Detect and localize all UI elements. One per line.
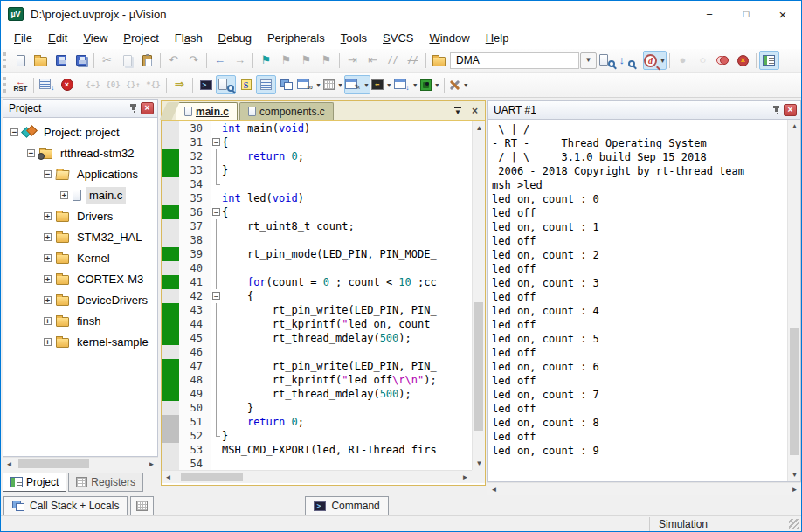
fold-gutter[interactable] bbox=[211, 233, 222, 247]
fold-gutter[interactable] bbox=[211, 443, 222, 457]
tree-item-kernel-sample[interactable]: +kernel-sample bbox=[3, 331, 157, 352]
menu-debug[interactable]: Debug bbox=[211, 28, 259, 48]
code-line[interactable]: 54 bbox=[162, 457, 472, 470]
code-line[interactable]: 32 return 0; bbox=[162, 149, 472, 163]
memory-windows[interactable]: ▼ bbox=[322, 75, 344, 94]
scroll-left-arrow[interactable]: ◄ bbox=[3, 458, 16, 471]
fold-gutter[interactable] bbox=[211, 121, 222, 135]
disable-all-breakpoints[interactable] bbox=[713, 51, 733, 70]
unindent[interactable]: ⇤ bbox=[363, 51, 383, 70]
code-area[interactable]: 30int main(void)31−{32 return 0;33}3435i… bbox=[162, 121, 472, 470]
fold-gutter[interactable] bbox=[211, 373, 222, 387]
system-viewer[interactable]: ▼ bbox=[419, 75, 441, 94]
command-window[interactable] bbox=[196, 75, 216, 94]
prev-bookmark[interactable]: ⚑ bbox=[296, 51, 316, 70]
tree-expander[interactable]: + bbox=[44, 233, 52, 241]
code-line[interactable]: 35int led(void) bbox=[162, 191, 472, 205]
find[interactable]: ↓ bbox=[617, 51, 637, 70]
insert-bookmark[interactable]: ⚑ bbox=[256, 51, 276, 70]
tree-item-stm32-hal[interactable]: +STM32_HAL bbox=[3, 226, 157, 247]
tree-item-applications[interactable]: −Applications bbox=[3, 163, 157, 184]
redo[interactable]: ↷ bbox=[183, 51, 204, 70]
code-line[interactable]: 51 return 0; bbox=[162, 415, 472, 429]
code-line[interactable]: 47 rt_pin_write(LED_PIN, PIN_ bbox=[162, 359, 472, 373]
fold-gutter[interactable] bbox=[211, 387, 222, 401]
pin-icon[interactable] bbox=[129, 104, 137, 113]
fold-gutter[interactable] bbox=[211, 429, 222, 443]
uart-hscrollbar[interactable]: ◄► bbox=[487, 482, 801, 495]
memory-window-tab[interactable] bbox=[130, 496, 154, 515]
fold-gutter[interactable] bbox=[211, 331, 222, 345]
code-line[interactable]: 46 bbox=[162, 345, 472, 359]
scroll-thumb[interactable] bbox=[18, 459, 89, 468]
cut[interactable]: ✂ bbox=[97, 51, 117, 70]
navigate-back[interactable]: ← bbox=[210, 51, 230, 70]
close-file-icon[interactable]: × bbox=[472, 105, 478, 117]
menu-help[interactable]: Help bbox=[478, 28, 517, 48]
maximize-button[interactable]: □ bbox=[728, 1, 764, 27]
minimize-button[interactable]: − bbox=[691, 1, 728, 27]
code-line[interactable]: 39 rt_pin_mode(LED_PIN, PIN_MODE_ bbox=[162, 247, 472, 261]
scroll-thumb[interactable] bbox=[790, 328, 799, 455]
code-line[interactable]: 36−{ bbox=[162, 205, 472, 219]
registers-window[interactable] bbox=[256, 75, 276, 94]
tree-expander[interactable]: + bbox=[44, 275, 52, 283]
tree-expander[interactable]: − bbox=[27, 149, 35, 157]
tree-item-main-c[interactable]: +main.c bbox=[3, 184, 157, 205]
project-window[interactable] bbox=[759, 51, 779, 70]
pin-icon[interactable] bbox=[772, 106, 780, 114]
comment[interactable]: // bbox=[383, 51, 403, 70]
code-line[interactable]: 45 rt_thread_mdelay(500); bbox=[162, 331, 472, 345]
scroll-track[interactable] bbox=[501, 483, 788, 495]
find-in-files[interactable] bbox=[597, 51, 617, 70]
enable-disable-breakpoint[interactable]: ○ bbox=[693, 51, 713, 70]
menu-flash[interactable]: Flash bbox=[167, 28, 211, 48]
code-line[interactable]: 41 for(count = 0 ; count < 10 ;cc bbox=[162, 275, 472, 289]
fold-gutter[interactable] bbox=[211, 317, 222, 331]
menu-svcs[interactable]: SVCS bbox=[375, 28, 421, 48]
save-all[interactable] bbox=[71, 51, 91, 70]
tree-expander[interactable]: + bbox=[60, 191, 68, 199]
code-line[interactable]: 40 bbox=[162, 261, 472, 275]
scroll-left-arrow[interactable]: ◄ bbox=[487, 483, 501, 496]
resize-grip[interactable] bbox=[789, 519, 799, 529]
run-to-cursor[interactable]: *{} bbox=[143, 75, 163, 94]
clear-bookmarks[interactable]: ⚑ bbox=[316, 51, 336, 70]
debug-toolbox[interactable]: ▼ bbox=[447, 75, 470, 94]
copy[interactable] bbox=[117, 51, 137, 70]
trace-windows[interactable]: ↓▼ bbox=[393, 75, 419, 94]
code-line[interactable]: 44 rt_kprintf("led on, count bbox=[162, 317, 472, 331]
fold-gutter[interactable] bbox=[211, 359, 222, 373]
start-stop-debug[interactable]: d▼ bbox=[643, 51, 667, 70]
menu-view[interactable]: View bbox=[75, 28, 115, 48]
code-line[interactable]: 38 bbox=[162, 233, 472, 247]
reset-cpu[interactable]: ←RST bbox=[10, 75, 31, 94]
scroll-track[interactable] bbox=[16, 458, 145, 470]
fold-gutter[interactable] bbox=[211, 177, 222, 191]
toolbar-grip[interactable] bbox=[3, 52, 7, 68]
code-line[interactable]: 43 rt_pin_write(LED_PIN, PIN_ bbox=[162, 303, 472, 317]
watch-windows[interactable]: ∞▼ bbox=[296, 75, 322, 94]
scroll-track[interactable] bbox=[473, 135, 485, 457]
scroll-right-arrow[interactable]: ► bbox=[145, 458, 158, 471]
step-out[interactable]: {}↑ bbox=[123, 75, 143, 94]
tree-item-drivers[interactable]: +Drivers bbox=[3, 205, 157, 226]
scroll-right-arrow[interactable]: ► bbox=[459, 471, 472, 484]
show-next-statement[interactable]: ⇒ bbox=[169, 75, 190, 94]
indent[interactable]: ⇥ bbox=[342, 51, 363, 70]
serial-windows[interactable]: ✎▼ bbox=[344, 75, 370, 94]
run[interactable]: ↓ bbox=[37, 75, 57, 94]
next-bookmark[interactable]: ⚑ bbox=[276, 51, 296, 70]
scroll-up-arrow[interactable]: ▲ bbox=[788, 120, 801, 133]
project-tree-hscrollbar[interactable]: ◄► bbox=[3, 457, 158, 470]
fold-gutter[interactable]: − bbox=[211, 205, 222, 219]
fold-gutter[interactable] bbox=[211, 345, 222, 359]
close-button[interactable]: × bbox=[764, 1, 801, 27]
fold-gutter[interactable] bbox=[211, 275, 222, 289]
editor-vscrollbar[interactable]: ▲▼ bbox=[472, 121, 485, 470]
fold-gutter[interactable] bbox=[211, 415, 222, 429]
call-stack-window[interactable] bbox=[276, 75, 296, 94]
code-line[interactable]: 31−{ bbox=[162, 135, 472, 149]
scroll-track[interactable] bbox=[788, 133, 800, 468]
code-line[interactable]: 34 bbox=[162, 177, 472, 191]
